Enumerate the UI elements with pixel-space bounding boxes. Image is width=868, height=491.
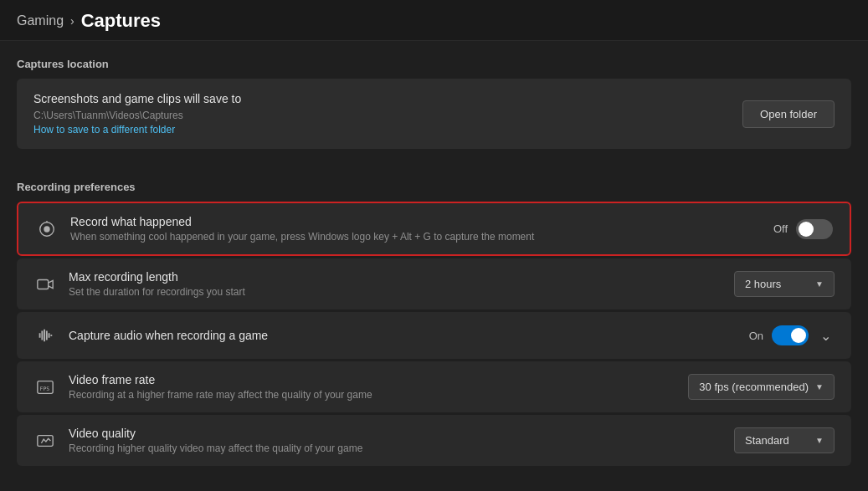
breadcrumb-separator: › <box>70 14 74 28</box>
record-icon <box>35 217 59 241</box>
row-max-recording-length: Max recording length Set the duration fo… <box>17 258 851 309</box>
row-max-recording-text: Max recording length Set the duration fo… <box>69 270 245 298</box>
svg-rect-3 <box>38 279 49 289</box>
row-record-left: Record what happened When something cool… <box>35 215 773 243</box>
row-record-text: Record what happened When something cool… <box>70 215 534 243</box>
video-camera-icon <box>33 273 57 296</box>
recording-preferences-section: Recording preferences Record what happen… <box>17 181 851 466</box>
row-max-recording-subtitle: Set the duration for recordings you star… <box>69 286 245 298</box>
row-fps-title: Video frame rate <box>69 373 372 386</box>
record-toggle-container: Off <box>773 219 833 239</box>
page-header: Gaming › Captures <box>0 0 868 41</box>
fps-dropdown[interactable]: 30 fps (recommended) ▼ <box>688 374 835 400</box>
row-record-what-happened: Record what happened When something cool… <box>17 202 851 256</box>
row-capture-audio-title: Capture audio when recording a game <box>69 329 268 342</box>
row-fps-subtitle: Recording at a higher frame rate may aff… <box>69 389 372 401</box>
captures-location-actions: Open folder <box>742 100 835 128</box>
capture-audio-toggle-knob <box>791 328 806 343</box>
row-capture-audio-text: Capture audio when recording a game <box>69 329 268 342</box>
record-toggle-label: Off <box>773 222 788 235</box>
captures-location-link[interactable]: How to save to a different folder <box>33 124 241 136</box>
capture-audio-toggle-container: On <box>749 325 809 345</box>
recording-preferences-title: Recording preferences <box>17 181 851 193</box>
row-record-title: Record what happened <box>70 215 534 228</box>
row-record-subtitle: When something cool happened in your gam… <box>70 231 534 243</box>
row-quality-subtitle: Recording higher quality video may affec… <box>69 442 362 454</box>
captures-location-card: Screenshots and game clips will save to … <box>17 79 851 149</box>
record-toggle-knob <box>799 222 814 237</box>
captures-location-text-block: Screenshots and game clips will save to … <box>33 92 241 136</box>
row-capture-audio-left: Capture audio when recording a game <box>33 324 749 347</box>
row-video-frame-rate: FPS Video frame rate Recording at a high… <box>17 361 851 412</box>
main-content: Captures location Screenshots and game c… <box>0 41 868 485</box>
row-record-control: Off <box>773 219 833 239</box>
captures-location-main-text: Screenshots and game clips will save to <box>33 92 241 105</box>
capture-audio-toggle-label: On <box>749 330 763 342</box>
captures-location-path: C:\Users\Tuanm\Videos\Captures <box>33 110 241 121</box>
quality-dropdown[interactable]: Standard ▼ <box>734 427 835 453</box>
max-recording-chevron-icon: ▼ <box>815 279 824 289</box>
row-capture-audio: Capture audio when recording a game On ⌄ <box>17 312 851 359</box>
fps-chevron-icon: ▼ <box>815 382 824 391</box>
audio-waveform-icon <box>33 324 57 347</box>
row-quality-title: Video quality <box>69 427 362 440</box>
row-quality-left: Video quality Recording higher quality v… <box>33 427 734 454</box>
quality-dropdown-value: Standard <box>745 434 789 447</box>
row-max-recording-left: Max recording length Set the duration fo… <box>33 270 734 298</box>
svg-text:FPS: FPS <box>40 385 50 391</box>
video-quality-icon <box>33 429 57 453</box>
captures-location-title: Captures location <box>17 58 851 70</box>
row-fps-control: 30 fps (recommended) ▼ <box>688 374 835 400</box>
svg-point-0 <box>44 226 49 232</box>
record-toggle[interactable] <box>796 219 833 239</box>
max-recording-dropdown[interactable]: 2 hours ▼ <box>734 271 835 297</box>
capture-audio-expand-icon[interactable]: ⌄ <box>817 326 835 345</box>
row-max-recording-control: 2 hours ▼ <box>734 271 835 297</box>
fps-icon: FPS <box>33 376 57 399</box>
capture-audio-toggle[interactable] <box>772 325 809 345</box>
quality-chevron-icon: ▼ <box>815 436 824 445</box>
max-recording-dropdown-value: 2 hours <box>745 278 781 290</box>
row-max-recording-title: Max recording length <box>69 270 245 284</box>
row-capture-audio-control: On ⌄ <box>749 325 835 345</box>
captures-location-info: Screenshots and game clips will save to … <box>33 92 742 136</box>
page-title: Captures <box>81 10 161 32</box>
row-video-quality: Video quality Recording higher quality v… <box>17 415 851 466</box>
row-quality-control: Standard ▼ <box>734 427 835 453</box>
row-fps-left: FPS Video frame rate Recording at a high… <box>33 373 688 401</box>
row-fps-text: Video frame rate Recording at a higher f… <box>69 373 372 401</box>
open-folder-button[interactable]: Open folder <box>742 100 835 128</box>
fps-dropdown-value: 30 fps (recommended) <box>699 381 809 393</box>
breadcrumb-gaming[interactable]: Gaming <box>17 13 64 28</box>
row-quality-text: Video quality Recording higher quality v… <box>69 427 362 454</box>
captures-location-section: Captures location Screenshots and game c… <box>17 58 851 149</box>
